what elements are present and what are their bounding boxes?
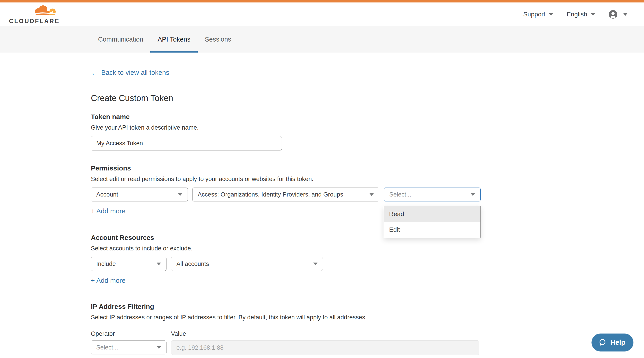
account-resource-dropdown[interactable]: All accounts — [171, 257, 323, 271]
menu-option-edit-label: Edit — [389, 226, 400, 233]
header-right-menu: Support English — [523, 10, 628, 19]
permissions-row: Account Access: Organizations, Identity … — [91, 188, 644, 201]
menu-option-edit[interactable]: Edit — [384, 222, 480, 238]
permission-scope-dropdown[interactable]: Account — [91, 188, 188, 201]
chevron-down-icon — [313, 262, 318, 265]
avatar-icon — [608, 10, 618, 19]
menu-option-read[interactable]: Read — [384, 206, 480, 222]
tab-sessions[interactable]: Sessions — [198, 26, 238, 53]
permission-scope-value: Account — [96, 191, 118, 198]
account-menu[interactable] — [608, 10, 628, 19]
account-resources-section: Account Resources Select accounts to inc… — [91, 234, 644, 284]
menu-option-read-label: Read — [389, 210, 404, 218]
permission-access-dropdown[interactable]: Select... — [384, 188, 481, 201]
account-resources-description: Select accounts to include or exclude. — [91, 245, 644, 252]
chevron-down-icon — [156, 262, 161, 265]
ip-filtering-description: Select IP addresses or ranges of IP addr… — [91, 314, 644, 321]
main-content: ← Back to view all tokens Create Custom … — [0, 53, 644, 355]
token-name-heading: Token name — [91, 113, 644, 121]
chevron-down-icon — [590, 13, 596, 16]
permissions-heading: Permissions — [91, 164, 644, 172]
ip-value-input[interactable] — [171, 340, 479, 355]
help-button-label: Help — [610, 338, 626, 346]
value-label: Value — [171, 330, 186, 337]
permissions-add-more-link[interactable]: + Add more — [91, 207, 126, 215]
permission-access-select: Select... Read Edit — [384, 188, 481, 201]
permissions-description: Select edit or read permissions to apply… — [91, 176, 644, 183]
ip-filtering-section: IP Address Filtering Select IP addresses… — [91, 303, 644, 355]
language-menu[interactable]: English — [566, 11, 596, 18]
back-link-label: Back to view all tokens — [101, 69, 169, 76]
ip-filtering-labels: Operator Value — [91, 330, 644, 337]
tab-api-tokens[interactable]: API Tokens — [150, 26, 198, 53]
chevron-down-icon — [178, 193, 182, 196]
token-name-section: Token name Give your API token a descrip… — [91, 113, 644, 150]
cloudflare-logo[interactable]: CLOUDFLARE — [9, 4, 58, 25]
permission-group-dropdown[interactable]: Access: Organizations, Identity Provider… — [192, 188, 379, 201]
support-menu-label: Support — [523, 11, 545, 18]
operator-label: Operator — [91, 330, 166, 337]
chat-bubble-icon — [598, 338, 607, 347]
ip-operator-value: Select... — [96, 344, 118, 351]
permission-access-value: Select... — [389, 191, 411, 198]
account-resources-heading: Account Resources — [91, 234, 644, 241]
chevron-down-icon — [623, 13, 628, 16]
permissions-section: Permissions Select edit or read permissi… — [91, 164, 644, 215]
ip-operator-dropdown[interactable]: Select... — [91, 340, 166, 354]
token-name-description: Give your API token a descriptive name. — [91, 124, 644, 131]
account-include-value: Include — [96, 260, 116, 267]
back-to-tokens-link[interactable]: ← Back to view all tokens — [91, 69, 169, 76]
account-include-dropdown[interactable]: Include — [91, 257, 166, 271]
account-resources-add-more-link[interactable]: + Add more — [91, 277, 126, 284]
permission-group-value: Access: Organizations, Identity Provider… — [198, 191, 343, 198]
chevron-down-icon — [156, 346, 161, 349]
ip-filtering-row: Select... — [91, 340, 644, 355]
cloudflare-logo-text: CLOUDFLARE — [9, 18, 58, 25]
support-menu[interactable]: Support — [523, 11, 554, 18]
tab-sessions-label: Sessions — [205, 36, 231, 43]
help-button[interactable]: Help — [592, 333, 634, 351]
back-arrow-icon: ← — [91, 69, 98, 76]
ip-filtering-heading: IP Address Filtering — [91, 303, 644, 310]
token-name-input[interactable] — [91, 136, 282, 150]
account-resource-value: All accounts — [176, 260, 209, 267]
chevron-down-icon — [369, 193, 374, 196]
top-orange-strip — [0, 0, 644, 3]
header: CLOUDFLARE Support English — [0, 3, 644, 26]
tab-communication[interactable]: Communication — [91, 26, 150, 53]
account-resources-row: Include All accounts — [91, 257, 644, 271]
tab-communication-label: Communication — [98, 36, 143, 43]
tab-api-tokens-label: API Tokens — [158, 36, 190, 43]
chevron-down-icon — [549, 13, 554, 16]
chevron-down-icon — [470, 193, 475, 196]
access-options-menu: Read Edit — [384, 206, 481, 238]
language-menu-label: English — [566, 11, 587, 18]
active-tab-underline — [150, 51, 198, 53]
cloudflare-cloud-icon — [32, 4, 56, 17]
page-title: Create Custom Token — [91, 93, 644, 103]
profile-tabs: Communication API Tokens Sessions — [0, 26, 644, 53]
